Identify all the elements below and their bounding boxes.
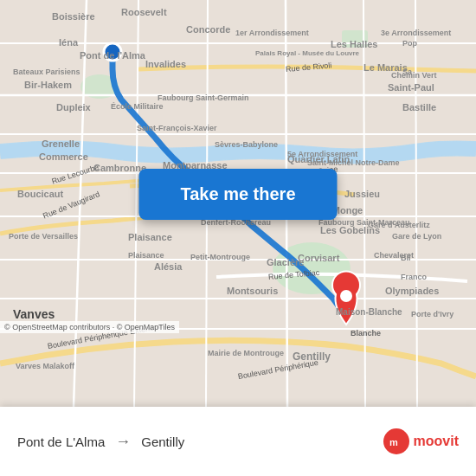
area-pop: Pop (402, 39, 417, 48)
area-cambronne: Cambronne (93, 163, 146, 173)
area-chemin-vert: Chemin Vert (391, 71, 437, 80)
area-petit-montrouge: Petit-Montrouge (190, 253, 250, 261)
area-bateaux: Bateaux Parisiens (13, 68, 80, 76)
area-dupleix: Dupleix (56, 102, 91, 113)
area-bastille: Bastille (402, 102, 436, 113)
area-boucicaut: Boucicaut (17, 189, 63, 199)
area-varves: Varves Malakoff (16, 362, 74, 370)
route-arrow: → (115, 433, 131, 451)
area-halles: Les Halles (331, 39, 377, 49)
area-michel: Saint-Michel Notre-Dame (307, 158, 400, 167)
area-glaciere: Glacière (267, 257, 304, 267)
area-3e: 3e Arrondissement (381, 29, 451, 37)
area-bil: Bil (401, 254, 411, 262)
area-ecole-mil: École Militaire (111, 102, 164, 111)
area-palais-royal: Palais Royal - Musée du Louvre (255, 49, 359, 57)
area-saint-paul: Saint-Paul (388, 82, 434, 93)
area-porte-versailles: Porte de Versailles (9, 232, 78, 241)
area-roosevelt: Roosevelt (121, 7, 167, 17)
area-sevres: Sèvres-Babylone (215, 140, 278, 149)
route-info: Pont de L'Alma → Gentilly (17, 433, 383, 451)
moovit-logo: m moovit (383, 428, 459, 455)
area-blanche: Blanche (351, 329, 381, 338)
area-franco: Franco (401, 273, 427, 281)
bottom-bar: Pont de L'Alma → Gentilly m moovit (0, 407, 476, 476)
area-plaisance: Plaisance (128, 232, 172, 242)
area-invalides: Invalides (145, 59, 186, 69)
area-bir-hakem: Bir-Hakem (24, 80, 72, 90)
area-porte-ivry: Porte d'Ivry (411, 310, 453, 318)
moovit-icon: m (383, 428, 410, 455)
area-trocadero: Iéna (59, 37, 78, 48)
area-montrouge: Mairie de Montrouge (208, 349, 284, 357)
area-maison-blanche: Maison-Blanche (336, 307, 402, 317)
area-5e: 5e Arrondissement (287, 150, 357, 158)
svg-point-19 (340, 290, 352, 302)
map-attribution: © OpenStreetMap contributors · © OpenMap… (0, 321, 179, 333)
area-gare-lyon: Gare de Lyon (392, 232, 441, 241)
area-commerce: Commerce (39, 151, 88, 162)
area-grenelle: Grenelle (42, 138, 80, 149)
area-vanves: Vanves (13, 307, 55, 321)
area-olympiades: Olympiades (385, 286, 439, 296)
area-faubourg-sg: Faubourg Saint-Germain (158, 93, 249, 102)
route-destination: Gentilly (141, 434, 184, 449)
moovit-text: moovit (414, 434, 459, 449)
area-concorde: Concorde (186, 24, 230, 35)
area-1er: 1er Arrondissement (235, 29, 309, 37)
area-sa: Sa (402, 68, 412, 76)
svg-text:m: m (389, 437, 398, 447)
area-plaisance2: Plaisance (128, 251, 164, 260)
area-pont-alma: Pont de l'Alma (80, 50, 145, 61)
area-boissiere: Boissière (52, 11, 95, 22)
area-alesia: Alésia (154, 261, 182, 272)
take-me-there-button[interactable]: Take me there (138, 169, 337, 220)
route-origin: Pont de L'Alma (17, 434, 105, 449)
area-montsouris: Montsouris (227, 286, 278, 296)
map-container: Rue Lecourbe Rue de Vaugirard Boulevard … (0, 0, 476, 407)
area-jussieu: Jussieu (344, 189, 380, 199)
area-sf-xavier: Saint-François-Xavier (137, 124, 217, 132)
area-gentilly: Gentilly (293, 351, 331, 363)
